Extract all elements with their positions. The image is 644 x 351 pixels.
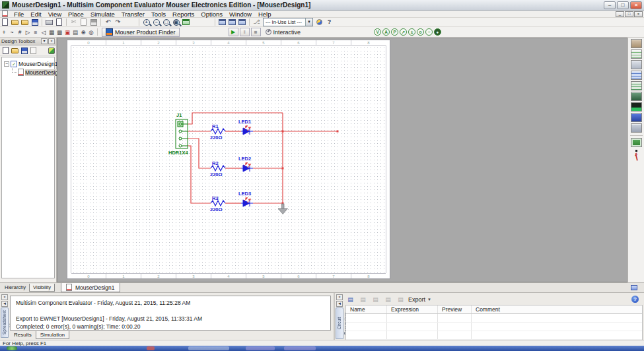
power-probe-icon[interactable]: P xyxy=(391,28,398,36)
toolbox-layers-icon[interactable] xyxy=(29,46,38,55)
table-row[interactable] xyxy=(346,323,642,331)
mdi-minimize-button[interactable]: _ xyxy=(616,11,624,17)
visibility-tab[interactable]: Visibility xyxy=(29,284,55,292)
open-icon[interactable] xyxy=(10,18,20,26)
menu-view[interactable]: View xyxy=(45,11,65,18)
four-channel-oscilloscope-icon[interactable] xyxy=(631,81,642,90)
environment-icon[interactable] xyxy=(314,18,324,26)
toolbox-save-icon[interactable] xyxy=(20,46,28,55)
copy-icon[interactable] xyxy=(79,18,89,26)
delete-parameter-icon[interactable]: ▤ xyxy=(358,296,368,303)
design-toolbox-pin-icon[interactable]: ▾ xyxy=(41,38,48,44)
show-breadboard-icon[interactable] xyxy=(237,18,247,26)
place-misc-icon[interactable]: ⊕ xyxy=(79,28,87,36)
menu-edit[interactable]: Edit xyxy=(27,11,44,18)
dropdown-arrow-icon[interactable]: ▼ xyxy=(305,18,312,26)
print-icon[interactable] xyxy=(44,18,54,26)
renumber-icon[interactable]: ▤ xyxy=(396,296,406,303)
probe-settings-icon[interactable]: ● xyxy=(434,28,441,36)
menu-transfer[interactable]: Transfer xyxy=(118,11,148,18)
mdi-close-button[interactable]: × xyxy=(634,11,643,17)
column-name[interactable]: Name xyxy=(346,305,387,313)
menu-reports[interactable]: Reports xyxy=(169,11,197,18)
place-ttl-icon[interactable]: ◁ xyxy=(40,28,48,36)
interactive-mode-control[interactable]: Interactive xyxy=(266,29,301,36)
redo-icon[interactable]: ↷ xyxy=(113,18,123,26)
taskbar-item[interactable] xyxy=(284,346,316,350)
spreadsheet-collapse-icon[interactable]: ◄ xyxy=(1,301,8,307)
full-screen-icon[interactable] xyxy=(181,18,191,26)
tree-root-label[interactable]: MouserDesign1 xyxy=(18,61,58,67)
digital-probe-icon[interactable]: ~ xyxy=(425,28,433,36)
schematic-sheet[interactable]: 0 1 2 3 4 5 6 7 8 0 1 2 3 xyxy=(67,40,390,279)
zoom-fit-icon[interactable]: ▣ xyxy=(171,18,181,26)
pause-simulation-button[interactable]: ‖ xyxy=(240,28,250,36)
place-misc-digital-icon[interactable]: ▩ xyxy=(55,28,63,36)
oscilloscope-icon[interactable] xyxy=(631,71,642,80)
taskbar-item[interactable] xyxy=(147,346,155,350)
place-connector-icon[interactable]: ◎ xyxy=(87,28,95,36)
place-power-icon[interactable]: ▤ xyxy=(71,28,79,36)
document-tab[interactable]: MouserDesign1 xyxy=(61,283,120,292)
toolbox-new-icon[interactable] xyxy=(1,46,10,55)
wire-color-icon[interactable]: ⎇ xyxy=(252,18,262,26)
schematic-canvas[interactable]: 0 1 2 3 4 5 6 7 8 0 1 2 3 xyxy=(57,38,627,282)
ni-elvismx-icon[interactable] xyxy=(631,138,642,147)
add-parameter-icon[interactable]: ▤ xyxy=(345,296,355,303)
toolbox-open-icon[interactable] xyxy=(11,46,19,55)
show-grapher-icon[interactable] xyxy=(217,18,227,26)
column-comment[interactable]: Comment xyxy=(472,305,642,313)
zoom-out-icon[interactable]: − xyxy=(151,18,161,26)
menu-place[interactable]: Place xyxy=(65,11,87,18)
wattmeter-icon[interactable] xyxy=(631,60,642,69)
minimize-button[interactable]: – xyxy=(604,1,616,9)
menu-file[interactable]: File xyxy=(11,11,27,18)
current-probe-icon[interactable]: A xyxy=(382,28,390,36)
word-generator-icon[interactable] xyxy=(631,113,642,122)
window-icon[interactable] xyxy=(631,285,637,290)
voltage-probe-icon[interactable]: V xyxy=(374,28,381,36)
spreadsheet-view-side-tab[interactable]: Spreadsheet View xyxy=(1,307,9,338)
current-clamp-icon[interactable]: ƒ xyxy=(633,152,639,160)
menu-tools[interactable]: Tools xyxy=(148,11,169,18)
zoom-area-icon[interactable]: □ xyxy=(161,18,171,26)
show-spreadsheet-icon[interactable] xyxy=(227,18,237,26)
place-transistor-icon[interactable]: ▷ xyxy=(24,28,32,36)
menu-window[interactable]: Window xyxy=(226,11,255,18)
spreadsheet-close-icon[interactable]: × xyxy=(1,294,8,300)
windows-taskbar[interactable] xyxy=(0,346,644,351)
close-button[interactable]: × xyxy=(630,1,642,9)
place-diode-icon[interactable]: # xyxy=(16,28,24,36)
menu-simulate[interactable]: Simulate xyxy=(87,11,118,18)
voltage-current-probe-icon[interactable]: ± xyxy=(408,28,415,36)
table-row[interactable] xyxy=(346,331,642,340)
help-icon[interactable]: ? xyxy=(631,296,639,303)
menu-options[interactable]: Options xyxy=(197,11,226,18)
menu-help[interactable]: Help xyxy=(255,11,275,18)
help-button-icon[interactable]: ? xyxy=(324,18,334,26)
undo-icon[interactable]: ↶ xyxy=(103,18,113,26)
stop-simulation-button[interactable]: ■ xyxy=(251,28,261,36)
logic-analyzer-icon[interactable] xyxy=(631,123,642,133)
start-button[interactable] xyxy=(7,346,17,350)
column-preview[interactable]: Preview xyxy=(438,305,472,313)
table-row[interactable] xyxy=(346,314,642,323)
toolbox-toggle-icon[interactable] xyxy=(48,48,55,54)
tree-child-row[interactable]: MouserDesign1 xyxy=(4,68,54,77)
function-generator-icon[interactable] xyxy=(631,49,642,59)
move-up-icon[interactable]: ▤ xyxy=(371,296,380,303)
place-analog-icon[interactable]: ≡ xyxy=(32,28,40,36)
differential-probe-icon[interactable]: ↗ xyxy=(400,28,407,36)
mouser-product-finder-button[interactable]: Mouser Product Finder xyxy=(102,28,180,37)
cut-icon[interactable]: ✄ xyxy=(69,18,79,26)
multimeter-icon[interactable] xyxy=(631,39,642,48)
run-simulation-button[interactable]: ▶ xyxy=(229,28,238,36)
new-icon[interactable] xyxy=(0,18,10,26)
simulation-tab[interactable]: Simulation xyxy=(36,331,69,339)
save-icon[interactable] xyxy=(30,18,40,26)
circuit-parameters-side-tab[interactable]: Circuit Parameters xyxy=(336,307,343,339)
taskbar-item[interactable] xyxy=(246,346,275,350)
open-sample-icon[interactable] xyxy=(20,18,30,26)
zoom-in-icon[interactable]: + xyxy=(141,18,151,26)
in-use-list-dropdown[interactable]: --- In-Use List --- ▼ xyxy=(263,18,313,26)
